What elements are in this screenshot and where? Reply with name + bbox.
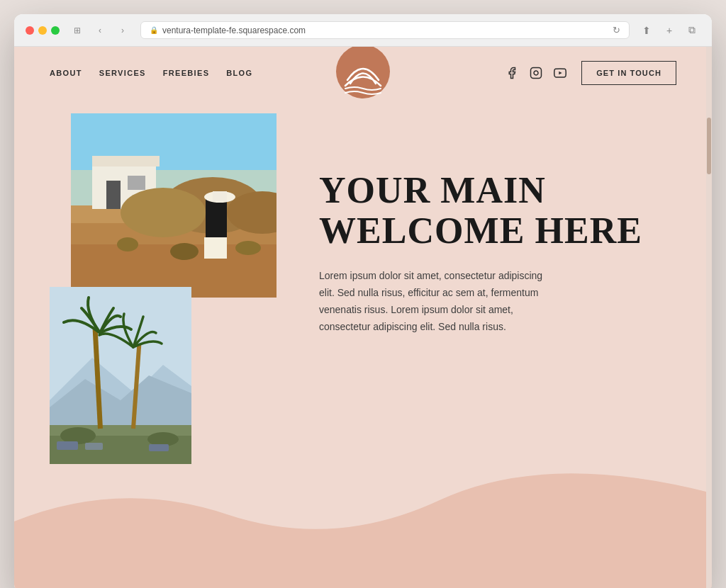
nav-links-left: ABOUT SERVICES FREEBIES BLOG — [50, 69, 252, 77]
minimize-button[interactable] — [38, 26, 47, 35]
sidebar-toggle[interactable]: ⊞ — [68, 23, 86, 38]
lock-icon: 🔒 — [150, 26, 158, 34]
svg-rect-34 — [149, 444, 169, 451]
svg-point-20 — [117, 237, 138, 251]
hero-section: YOUR MAIN WELCOME HERE Lorem ipsum dolor… — [14, 99, 712, 464]
svg-rect-19 — [213, 191, 227, 201]
nav-link-about[interactable]: ABOUT — [50, 69, 82, 77]
address-bar[interactable]: 🔒 ventura-template-fe.squarespace.com ↻ — [140, 21, 630, 39]
hero-title: YOUR MAIN WELCOME HERE — [319, 170, 676, 251]
browser-window: ⊞ ‹ › 🔒 ventura-template-fe.squarespace.… — [14, 14, 712, 588]
hero-image-main — [71, 113, 277, 298]
website-content: ABOUT SERVICES FREEBIES BLOG — [14, 47, 712, 588]
back-button[interactable]: ‹ — [91, 23, 109, 38]
hero-text-content: YOUR MAIN WELCOME HERE Lorem ipsum dolor… — [319, 113, 676, 336]
scrollbar-thumb[interactable] — [707, 118, 711, 174]
svg-rect-11 — [128, 176, 145, 190]
close-button[interactable] — [26, 26, 34, 35]
nav-link-freebies[interactable]: FREEBIES — [163, 69, 210, 77]
svg-marker-3 — [559, 72, 562, 75]
svg-rect-1 — [531, 68, 542, 79]
nav-right-section: GET IN TOUCH — [505, 61, 676, 85]
get-in-touch-button[interactable]: GET IN TOUCH — [581, 61, 676, 85]
hero-images — [50, 113, 277, 464]
nav-link-services[interactable]: SERVICES — [99, 69, 146, 77]
nav-link-blog[interactable]: BLOG — [226, 69, 252, 77]
svg-rect-17 — [204, 237, 227, 259]
svg-rect-33 — [85, 443, 103, 450]
new-tab-button[interactable]: + — [661, 22, 678, 39]
facebook-icon[interactable] — [505, 66, 519, 80]
instagram-icon[interactable] — [529, 66, 543, 80]
hero-image-secondary — [50, 287, 191, 464]
scrollbar-track[interactable] — [706, 47, 712, 588]
svg-point-14 — [121, 188, 206, 237]
traffic-lights — [26, 26, 60, 35]
social-icons — [505, 66, 567, 80]
windows-button[interactable]: ⧉ — [683, 22, 700, 39]
youtube-icon[interactable] — [553, 66, 567, 80]
main-navigation: ABOUT SERVICES FREEBIES BLOG — [14, 47, 712, 99]
browser-chrome: ⊞ ‹ › 🔒 ventura-template-fe.squarespace.… — [14, 14, 712, 47]
fullscreen-button[interactable] — [51, 26, 60, 35]
site-logo[interactable] — [335, 47, 391, 103]
reload-icon[interactable]: ↻ — [613, 25, 620, 35]
url-text: ventura-template-fe.squarespace.com — [162, 26, 306, 35]
svg-rect-9 — [92, 156, 160, 166]
svg-rect-10 — [106, 181, 121, 209]
share-button[interactable]: ⬆ — [638, 22, 655, 39]
hero-body-text: Lorem ipsum dolor sit amet, consectetur … — [319, 268, 560, 335]
browser-nav-controls: ⊞ ‹ › — [68, 23, 132, 38]
svg-rect-32 — [57, 441, 78, 450]
svg-point-22 — [235, 241, 261, 255]
forward-button[interactable]: › — [113, 23, 132, 38]
browser-action-buttons: ⬆ + ⧉ — [638, 22, 700, 39]
svg-point-21 — [170, 243, 199, 260]
